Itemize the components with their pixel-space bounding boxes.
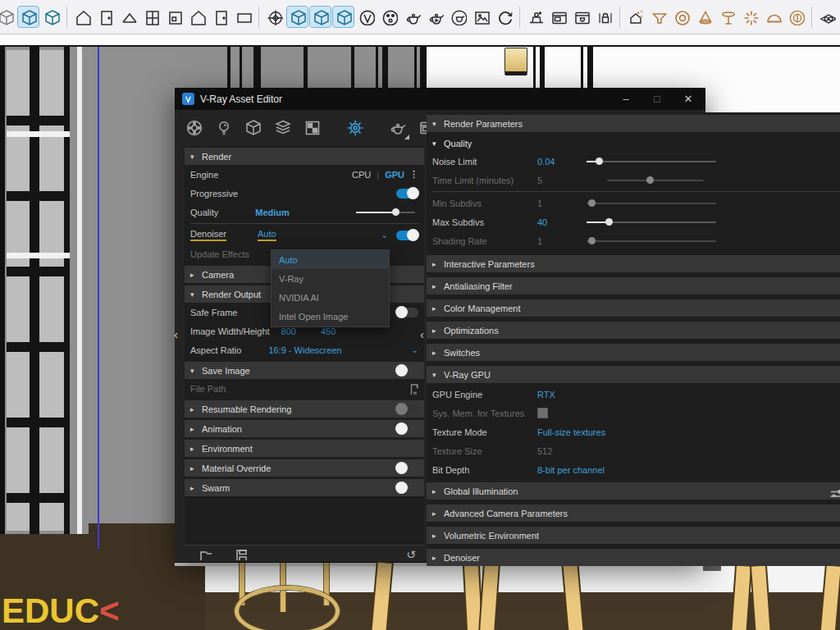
section-swarm[interactable]: ▸Swarm: [185, 479, 424, 496]
animation-toggle[interactable]: [396, 424, 418, 434]
section-material-override[interactable]: ▸Material Override: [185, 459, 424, 477]
section-animation[interactable]: ▸Animation: [185, 420, 424, 437]
maximize-button[interactable]: □: [643, 88, 671, 110]
frame-buffer-button[interactable]: [548, 7, 568, 27]
geometry-icon[interactable]: [244, 117, 263, 139]
noise-limit-slider[interactable]: [587, 161, 716, 162]
rectangle-tool-button[interactable]: [233, 7, 253, 27]
lights-icon[interactable]: [214, 117, 234, 139]
vray-asset-editor-button[interactable]: [356, 7, 377, 27]
gi-options-icon[interactable]: [827, 484, 840, 499]
section-resumable[interactable]: ▸Resumable Rendering: [185, 400, 424, 418]
cabinet-tool-button[interactable]: [164, 7, 185, 27]
section-switches[interactable]: ▸Switches: [427, 344, 840, 361]
open-settings-icon[interactable]: [198, 546, 212, 562]
render-interactive-button[interactable]: [425, 7, 445, 27]
dome-light-button[interactable]: [763, 7, 783, 27]
opening-tool-button[interactable]: [210, 7, 231, 27]
collapse-mid-panel-arrow[interactable]: ‹: [420, 327, 424, 341]
render-elements-icon[interactable]: [303, 117, 322, 139]
file-path-field[interactable]: File Path: [190, 384, 226, 394]
render-button[interactable]: [402, 7, 422, 27]
sys-mem-checkbox[interactable]: [537, 408, 548, 418]
safe-frame-toggle[interactable]: [396, 308, 418, 317]
shape-tool-button[interactable]: [187, 7, 208, 27]
dropdown-option-intel[interactable]: Intel Open Image: [272, 307, 389, 326]
gpu-engine-value[interactable]: RTX: [537, 390, 555, 399]
infinite-plane-button[interactable]: [817, 7, 838, 27]
compass-tool-button[interactable]: [264, 7, 285, 27]
section-antialiasing[interactable]: ▸Antialiasing Filter: [427, 277, 840, 294]
section-environment[interactable]: ▸Environment: [185, 440, 424, 457]
render-update-button[interactable]: [494, 7, 514, 27]
section-render[interactable]: ▾Render: [185, 148, 424, 165]
extension-cube-2-button[interactable]: [18, 7, 39, 27]
dropdown-option-nvidia[interactable]: NVIDIA AI: [272, 288, 389, 307]
noise-limit-value[interactable]: 0.04: [537, 157, 587, 167]
denoiser-toggle[interactable]: [396, 231, 418, 240]
time-limit-slider[interactable]: [607, 180, 704, 181]
section-vray-gpu[interactable]: ▾V-Ray GPU: [427, 366, 840, 383]
section-advanced-camera[interactable]: ▸Advanced Camera Parameters: [427, 504, 840, 522]
resumable-toggle[interactable]: [396, 404, 418, 414]
chevron-down-icon[interactable]: ⌄: [412, 345, 418, 354]
section-color-management[interactable]: ▸Color Management: [427, 299, 840, 317]
save-image-toggle[interactable]: [396, 366, 418, 376]
home-tool-button[interactable]: [118, 7, 139, 27]
title-bar[interactable]: V-Ray Asset Editor – □ ✕: [175, 88, 705, 110]
component-swap-button[interactable]: [310, 7, 331, 27]
section-render-parameters[interactable]: ▾Render Parameters: [427, 115, 840, 132]
extension-cube-3-button[interactable]: [41, 7, 62, 27]
dropdown-option-auto[interactable]: Auto: [272, 250, 389, 269]
omni-light-button[interactable]: [671, 7, 692, 27]
render-cloud-button[interactable]: [448, 7, 468, 27]
swarm-toggle[interactable]: [396, 483, 418, 493]
shading-rate-slider[interactable]: [587, 240, 716, 242]
textures-icon[interactable]: [273, 117, 293, 139]
max-subdivs-value[interactable]: 40: [537, 217, 587, 227]
section-optimizations[interactable]: ▸Optimizations: [427, 322, 840, 339]
viewport-render-button[interactable]: [525, 7, 546, 27]
image-height-field[interactable]: 450: [321, 326, 336, 336]
minimize-button[interactable]: –: [612, 88, 640, 110]
ies-light-button[interactable]: [786, 7, 806, 27]
engine-menu-icon[interactable]: ⋮: [409, 169, 418, 180]
engine-cpu-option[interactable]: CPU: [352, 170, 371, 180]
min-subdivs-slider[interactable]: [587, 203, 716, 204]
chevron-down-icon[interactable]: ⌄: [381, 231, 388, 240]
point-light-button[interactable]: [740, 7, 760, 27]
batch-render-button[interactable]: [571, 7, 591, 27]
disc-light-button[interactable]: [717, 7, 737, 27]
progressive-toggle[interactable]: [396, 189, 418, 199]
section-volumetric[interactable]: ▸Volumetric Environment: [427, 527, 840, 544]
section-interactive[interactable]: ▸Interactive Parameters: [427, 255, 840, 272]
aspect-ratio-value[interactable]: 16:9 - Widescreen: [268, 345, 341, 355]
component-dark-button[interactable]: [333, 7, 354, 27]
image-width-field[interactable]: 800: [281, 326, 296, 336]
section-global-illumination[interactable]: ▸Global Illumination: [427, 482, 840, 500]
close-button[interactable]: ✕: [674, 88, 702, 110]
rect-light-button[interactable]: [648, 7, 669, 27]
denoiser-value[interactable]: Auto: [258, 229, 276, 241]
max-subdivs-slider[interactable]: [587, 221, 716, 223]
subsection-quality[interactable]: ▾Quality: [427, 135, 840, 152]
texture-mode-value[interactable]: Full-size textures: [537, 427, 605, 437]
material-override-toggle[interactable]: [396, 463, 418, 473]
section-save-image[interactable]: ▾Save Image: [185, 362, 424, 379]
materials-icon[interactable]: [185, 117, 204, 139]
collapse-left-panel-arrow[interactable]: ‹: [174, 327, 178, 341]
spot-light-button[interactable]: [694, 7, 714, 27]
vray-materials-button[interactable]: [379, 7, 399, 27]
extension-cube-1-button[interactable]: [0, 7, 16, 27]
door-tool-button[interactable]: [95, 7, 116, 27]
engine-gpu-option[interactable]: GPU: [385, 170, 404, 180]
render-image-button[interactable]: [471, 7, 491, 27]
revert-icon[interactable]: ↺: [406, 548, 416, 561]
render-teapot-icon[interactable]: [388, 117, 408, 139]
window-tool-button[interactable]: [141, 7, 162, 27]
file-icon[interactable]: [405, 381, 418, 396]
quality-value[interactable]: Medium: [255, 208, 290, 217]
settings-icon[interactable]: [345, 117, 365, 139]
house-tool-button[interactable]: [72, 7, 93, 27]
bit-depth-value[interactable]: 8-bit per channel: [537, 465, 605, 475]
